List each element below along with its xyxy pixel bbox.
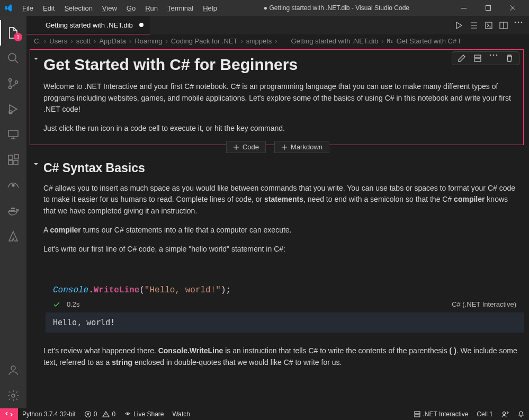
maximize-button[interactable] bbox=[476, 0, 500, 16]
vscode-logo-icon bbox=[4, 4, 13, 12]
more-cell-icon[interactable] bbox=[489, 54, 498, 62]
status-watch[interactable]: Watch bbox=[168, 408, 194, 420]
svg-rect-16 bbox=[11, 208, 13, 209]
code-cell-1[interactable]: Console.WriteLine("Hello, world!"); 0.2s… bbox=[46, 278, 524, 333]
cell3-p: Let's review what happened there. Consol… bbox=[43, 345, 518, 368]
cell2-p2: A compiler turns our C# statements into … bbox=[43, 225, 518, 236]
warning-icon bbox=[102, 410, 110, 418]
status-notifications[interactable] bbox=[513, 408, 529, 420]
cell1-title: Get Started with C# for Beginners bbox=[43, 56, 518, 74]
menu-run[interactable]: Run bbox=[141, 2, 162, 14]
tab-label: Getting started with .NET.dib bbox=[46, 21, 133, 29]
svg-rect-9 bbox=[8, 160, 13, 165]
activity-badge: 1 bbox=[14, 33, 22, 41]
code-content[interactable]: Console.WriteLine("Hello, world!"); bbox=[46, 282, 524, 298]
menu-go[interactable]: Go bbox=[122, 2, 140, 14]
variables-icon[interactable] bbox=[485, 21, 493, 30]
run-all-icon[interactable] bbox=[455, 21, 463, 30]
add-cell-row: Code Markdown bbox=[26, 142, 529, 153]
activity-settings[interactable] bbox=[0, 383, 26, 408]
svg-rect-17 bbox=[13, 208, 15, 209]
markdown-cell-1[interactable]: Get Started with C# for Beginners Welcom… bbox=[30, 49, 524, 145]
fold-icon[interactable] bbox=[33, 161, 39, 167]
server-icon bbox=[414, 410, 421, 418]
svg-point-22 bbox=[515, 21, 516, 23]
tab-notebook[interactable]: Getting started with .NET.dib bbox=[26, 16, 150, 34]
svg-point-4 bbox=[9, 86, 12, 89]
svg-point-24 bbox=[521, 21, 523, 23]
svg-point-12 bbox=[12, 184, 14, 186]
window-controls bbox=[452, 0, 525, 16]
split-editor-icon[interactable] bbox=[499, 21, 508, 30]
more-actions-icon[interactable] bbox=[514, 21, 523, 30]
menu-help[interactable]: Help bbox=[199, 2, 221, 14]
breadcrumbs[interactable]: C:› Users› scott› AppData› Roaming› Codi… bbox=[26, 34, 529, 47]
success-check-icon bbox=[53, 301, 60, 308]
activity-explorer[interactable]: 1 bbox=[0, 20, 26, 46]
add-code-cell-button[interactable]: Code bbox=[226, 141, 266, 153]
activity-accounts[interactable] bbox=[0, 358, 26, 383]
activity-remote-explorer[interactable] bbox=[0, 122, 26, 147]
delete-cell-icon[interactable] bbox=[505, 54, 514, 62]
markdown-cell-3[interactable]: Let's review what happened there. Consol… bbox=[30, 342, 524, 379]
cell1-p2: Just click the run icon in a code cell t… bbox=[43, 123, 518, 135]
cell-kernel[interactable]: C# (.NET Interactive) bbox=[452, 300, 516, 308]
cell-output: Hello, world! bbox=[46, 312, 524, 333]
svg-point-3 bbox=[9, 79, 12, 82]
execution-status: 0.2s C# (.NET Interactive) bbox=[46, 298, 524, 312]
cell1-p1: Welcome to .NET Interactive and your fir… bbox=[43, 81, 518, 115]
markdown-cell-2[interactable]: C# Syntax Basics C# allows you to insert… bbox=[30, 155, 524, 265]
status-liveshare[interactable]: Live Share bbox=[120, 408, 168, 420]
cell-toolbar bbox=[452, 51, 519, 65]
split-cell-icon[interactable] bbox=[473, 54, 482, 62]
liveshare-icon bbox=[124, 410, 131, 418]
menu-bar: File Edit Selection View Go Run Terminal… bbox=[18, 2, 221, 14]
remote-indicator[interactable] bbox=[0, 408, 18, 420]
svg-rect-11 bbox=[14, 155, 19, 159]
minimize-button[interactable] bbox=[452, 0, 476, 16]
svg-point-18 bbox=[11, 366, 15, 370]
menu-terminal[interactable]: Terminal bbox=[163, 2, 198, 14]
tab-bar: Getting started with .NET.dib bbox=[26, 16, 529, 34]
menu-view[interactable]: View bbox=[98, 2, 121, 14]
fold-icon[interactable] bbox=[33, 56, 39, 62]
window-title: ● Getting started with .NET.dib - Visual… bbox=[221, 4, 452, 12]
close-button[interactable] bbox=[500, 0, 525, 16]
notebook-body: Get Started with C# for Beginners Welcom… bbox=[26, 47, 529, 408]
activity-extensions[interactable] bbox=[0, 147, 26, 173]
clear-outputs-icon[interactable] bbox=[470, 21, 478, 30]
feedback-icon bbox=[501, 410, 509, 418]
menu-edit[interactable]: Edit bbox=[39, 2, 59, 14]
status-problems[interactable]: 0 0 bbox=[80, 408, 120, 420]
svg-point-23 bbox=[518, 21, 519, 23]
status-bar: Python 3.7.4 32-bit 0 0 Live Share Watch… bbox=[0, 408, 529, 420]
file-icon bbox=[281, 37, 288, 44]
svg-rect-33 bbox=[415, 415, 420, 417]
svg-rect-25 bbox=[474, 55, 481, 58]
activity-search[interactable] bbox=[0, 46, 26, 71]
error-icon bbox=[84, 410, 92, 418]
activity-docker[interactable] bbox=[0, 198, 26, 224]
activity-source-control[interactable] bbox=[0, 71, 26, 96]
svg-point-27 bbox=[490, 55, 491, 56]
menu-selection[interactable]: Selection bbox=[60, 2, 96, 14]
svg-point-28 bbox=[493, 55, 495, 56]
status-kernel[interactable]: .NET Interactive bbox=[409, 408, 473, 420]
add-markdown-cell-button[interactable]: Markdown bbox=[274, 141, 329, 153]
status-python[interactable]: Python 3.7.4 32-bit bbox=[18, 408, 80, 420]
status-cell-pos[interactable]: Cell 1 bbox=[472, 408, 497, 420]
svg-rect-7 bbox=[8, 130, 18, 137]
activity-liveshare[interactable] bbox=[0, 173, 26, 198]
status-feedback[interactable] bbox=[497, 408, 513, 420]
svg-rect-10 bbox=[14, 160, 18, 165]
exec-time: 0.2s bbox=[67, 300, 80, 308]
edit-cell-icon[interactable] bbox=[458, 54, 466, 62]
cell2-p3: Let's write our first line of C# code, a… bbox=[43, 244, 518, 255]
activity-run-debug[interactable] bbox=[0, 96, 26, 122]
editor-actions bbox=[449, 21, 529, 30]
cell2-p1: C# allows you to insert as much space as… bbox=[43, 183, 518, 217]
activity-azure[interactable] bbox=[0, 224, 26, 249]
svg-rect-1 bbox=[486, 6, 491, 11]
menu-file[interactable]: File bbox=[18, 2, 38, 14]
cell2-title: C# Syntax Basics bbox=[43, 161, 518, 175]
